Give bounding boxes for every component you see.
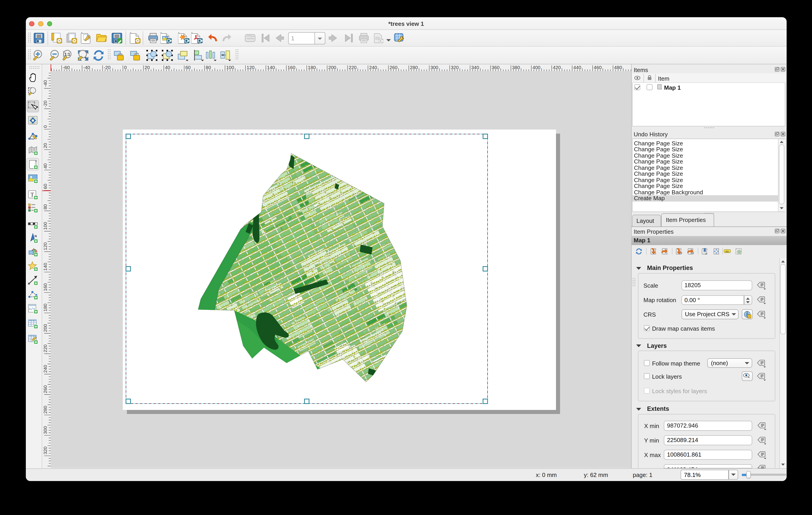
svg-text:100: 100	[226, 65, 234, 70]
svg-text:80: 80	[205, 65, 211, 70]
svg-text:480: 480	[614, 65, 622, 70]
svg-text:20: 20	[144, 65, 149, 70]
svg-text:360: 360	[491, 65, 499, 70]
svg-text:abc: abc	[725, 250, 729, 252]
svg-text:380: 380	[512, 65, 520, 70]
svg-text:-20: -20	[104, 65, 110, 70]
svg-text:1:1: 1:1	[64, 52, 70, 56]
svg-text:260: 260	[389, 65, 397, 70]
svg-text:160: 160	[287, 65, 295, 70]
svg-text:40: 40	[165, 65, 170, 70]
svg-text:20: 20	[42, 143, 48, 148]
svg-text:280: 280	[410, 65, 417, 70]
svg-text:120: 120	[246, 65, 254, 70]
svg-text:320: 320	[42, 447, 48, 455]
svg-text:260: 260	[42, 386, 48, 393]
svg-text:140: 140	[42, 263, 48, 271]
svg-text:460: 460	[593, 65, 602, 70]
svg-text:200: 200	[328, 65, 336, 70]
svg-text:-20: -20	[42, 100, 48, 108]
svg-text:120: 120	[42, 243, 48, 250]
svg-text:320: 320	[451, 65, 459, 70]
svg-text:240: 240	[369, 65, 377, 70]
svg-text:300: 300	[430, 65, 438, 70]
svg-text:240: 240	[42, 365, 48, 373]
svg-text:40: 40	[42, 163, 48, 169]
svg-text:300: 300	[42, 426, 48, 434]
svg-text:340: 340	[471, 65, 479, 70]
svg-text:60: 60	[185, 65, 190, 70]
svg-text:220: 220	[348, 65, 356, 70]
svg-text:180: 180	[42, 304, 48, 312]
svg-text:0: 0	[42, 125, 48, 128]
svg-text:140: 140	[267, 65, 274, 70]
svg-text:400: 400	[532, 65, 540, 70]
svg-text:160: 160	[42, 283, 48, 291]
svg-text:80: 80	[42, 204, 48, 210]
svg-text:60: 60	[42, 184, 48, 189]
svg-text:420: 420	[553, 65, 560, 70]
svg-text:-40: -40	[42, 80, 48, 87]
svg-text:440: 440	[573, 65, 581, 70]
svg-text:-60: -60	[62, 65, 69, 70]
svg-text:0: 0	[124, 65, 127, 70]
svg-text:220: 220	[42, 345, 48, 353]
svg-text:200: 200	[42, 324, 48, 332]
svg-text:100: 100	[42, 222, 48, 230]
svg-text:280: 280	[42, 406, 48, 414]
svg-text:180: 180	[308, 65, 316, 70]
svg-text:N: N	[35, 234, 37, 238]
svg-text:T: T	[31, 191, 34, 198]
svg-text:-40: -40	[83, 65, 90, 70]
